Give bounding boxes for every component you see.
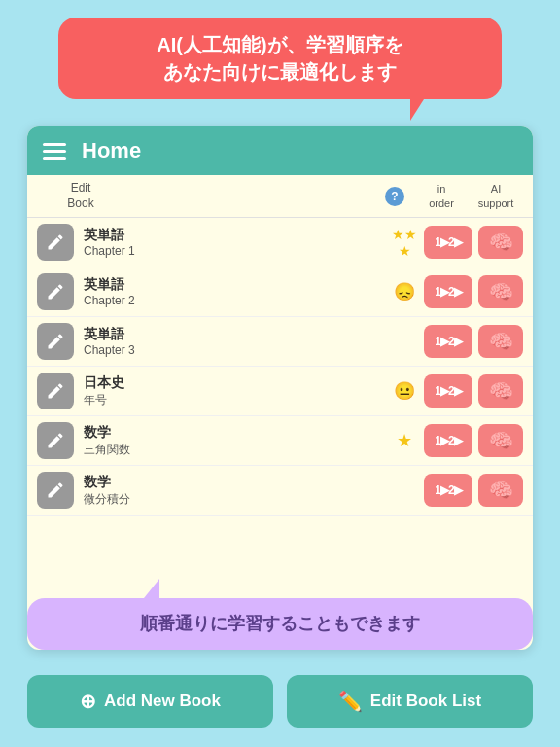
col-header-edit: EditBook xyxy=(37,181,124,211)
edit-button-4[interactable] xyxy=(37,373,74,409)
book-subtitle-6: 微分積分 xyxy=(84,491,385,508)
book-title-1: 英単語 xyxy=(84,227,385,244)
book-subtitle-2: Chapter 2 xyxy=(84,294,385,307)
book-row: 英単語 Chapter 3 1▶2▶ 🧠 xyxy=(27,317,533,367)
book-info-5: 数学 三角関数 xyxy=(84,424,385,458)
status-stars-1: ★★ ★ xyxy=(385,227,424,259)
brain-icon-4: 🧠 xyxy=(489,379,513,403)
book-row: 英単語 Chapter 2 😞 1▶2▶ 🧠 xyxy=(27,267,533,317)
edit-book-list-button[interactable]: ✏️ Edit Book List xyxy=(287,675,533,728)
hamburger-menu[interactable] xyxy=(43,143,66,160)
bubble-bottom-text: 順番通りに学習することもできます xyxy=(140,614,420,633)
book-row: 英単語 Chapter 1 ★★ ★ 1▶2▶ 🧠 xyxy=(27,218,533,267)
ai-button-3[interactable]: 🧠 xyxy=(478,325,523,358)
book-list: 英単語 Chapter 1 ★★ ★ 1▶2▶ 🧠 英単語 xyxy=(27,218,533,516)
book-info-6: 数学 微分積分 xyxy=(84,474,385,508)
edit-button-6[interactable] xyxy=(37,472,74,509)
ai-button-2[interactable]: 🧠 xyxy=(478,275,523,308)
inorder-button-3[interactable]: 1▶2▶ xyxy=(424,325,472,358)
inorder-label-6: 1▶2▶ xyxy=(435,483,461,497)
brain-icon-5: 🧠 xyxy=(489,429,513,452)
inorder-label-2: 1▶2▶ xyxy=(435,285,461,299)
edit-button-2[interactable] xyxy=(37,273,74,310)
ai-button-5[interactable]: 🧠 xyxy=(478,424,523,457)
header-title: Home xyxy=(82,138,141,163)
book-subtitle-4: 年号 xyxy=(84,392,385,409)
inorder-label-3: 1▶2▶ xyxy=(435,335,461,348)
inorder-button-2[interactable]: 1▶2▶ xyxy=(424,275,472,308)
ai-button-4[interactable]: 🧠 xyxy=(478,374,523,408)
book-title-2: 英単語 xyxy=(84,276,385,294)
book-row: 数学 三角関数 ★ 1▶2▶ 🧠 xyxy=(27,416,533,466)
book-subtitle-3: Chapter 3 xyxy=(84,343,385,357)
brain-icon-1: 🧠 xyxy=(489,231,513,254)
edit-list-icon: ✏️ xyxy=(338,690,363,713)
plus-circle-icon: ⊕ xyxy=(80,690,96,713)
brain-icon-6: 🧠 xyxy=(489,479,513,502)
column-headers: EditBook ? inorder AIsupport xyxy=(27,175,533,218)
edit-button-label: Edit Book List xyxy=(370,692,481,711)
bottom-buttons: ⊕ Add New Book ✏️ Edit Book List xyxy=(27,675,533,728)
book-info-2: 英単語 Chapter 2 xyxy=(84,276,385,307)
book-title-5: 数学 xyxy=(84,424,385,442)
col-header-ai: AIsupport xyxy=(469,182,523,210)
book-row: 数学 微分積分 1▶2▶ 🧠 xyxy=(27,466,533,516)
inorder-button-5[interactable]: 1▶2▶ xyxy=(424,424,472,457)
ai-button-1[interactable]: 🧠 xyxy=(478,226,523,259)
brain-icon-3: 🧠 xyxy=(489,330,513,353)
book-row: 日本史 年号 😐 1▶2▶ 🧠 xyxy=(27,367,533,416)
book-title-6: 数学 xyxy=(84,474,385,491)
edit-button-1[interactable] xyxy=(37,224,74,261)
book-subtitle-5: 三角関数 xyxy=(84,442,385,458)
book-info-3: 英単語 Chapter 3 xyxy=(84,326,385,357)
inorder-label-4: 1▶2▶ xyxy=(435,384,461,398)
bottom-speech-bubble: 順番通りに学習することもできます xyxy=(27,598,533,650)
top-speech-bubble: AI(人工知能)が、学習順序をあなた向けに最適化します xyxy=(58,18,502,99)
inorder-button-6[interactable]: 1▶2▶ xyxy=(424,474,472,507)
status-sad-2: 😞 xyxy=(385,281,424,302)
col-header-inorder: inorder xyxy=(414,182,469,210)
edit-button-3[interactable] xyxy=(37,323,74,360)
inorder-button-4[interactable]: 1▶2▶ xyxy=(424,374,472,408)
book-info-4: 日本史 年号 xyxy=(84,374,385,409)
add-button-label: Add New Book xyxy=(104,692,221,711)
ai-button-6[interactable]: 🧠 xyxy=(478,474,523,507)
book-subtitle-1: Chapter 1 xyxy=(84,244,385,258)
inorder-label-5: 1▶2▶ xyxy=(435,434,461,447)
edit-button-5[interactable] xyxy=(37,422,74,459)
book-title-4: 日本史 xyxy=(84,374,385,392)
inorder-button-1[interactable]: 1▶2▶ xyxy=(424,226,472,259)
app-card: Home EditBook ? inorder AIsupport 英単語 Ch… xyxy=(27,126,533,650)
book-info-1: 英単語 Chapter 1 xyxy=(84,227,385,258)
col-header-status: ? xyxy=(375,187,414,206)
book-title-3: 英単語 xyxy=(84,326,385,343)
add-new-book-button[interactable]: ⊕ Add New Book xyxy=(27,675,273,728)
status-neutral-4: 😐 xyxy=(385,380,424,402)
inorder-label-1: 1▶2▶ xyxy=(435,235,461,249)
header-bar: Home xyxy=(27,126,533,175)
bubble-top-text: AI(人工知能)が、学習順序をあなた向けに最適化します xyxy=(157,34,402,83)
brain-icon-2: 🧠 xyxy=(489,280,513,303)
status-star-5: ★ xyxy=(385,430,424,451)
question-icon[interactable]: ? xyxy=(385,187,404,206)
